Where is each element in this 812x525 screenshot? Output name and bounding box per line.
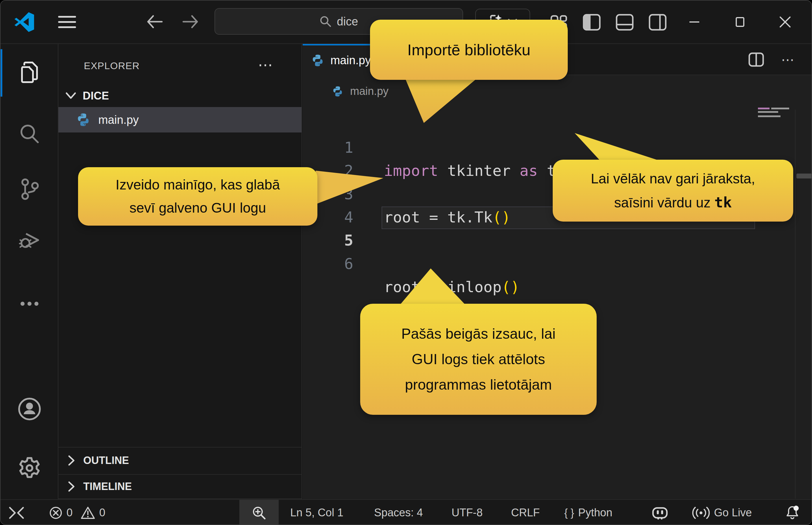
eol-indicator[interactable]: CRLF bbox=[511, 500, 540, 525]
more-views-icon[interactable] bbox=[15, 289, 44, 318]
error-count: 0 bbox=[66, 507, 73, 519]
callout-text: programmas lietotājam bbox=[405, 372, 552, 397]
code-line-1[interactable]: 1 import tkinter as tk bbox=[303, 113, 797, 136]
zoom-indicator[interactable] bbox=[239, 500, 279, 525]
search-icon bbox=[319, 15, 331, 28]
accounts-icon[interactable] bbox=[15, 394, 44, 423]
callout-text: sevī galveno GUI logu bbox=[129, 196, 266, 220]
editor-more-actions-icon[interactable]: ⋯ bbox=[781, 52, 795, 68]
minimap[interactable] bbox=[758, 116, 780, 117]
callout-create-variable: Izveido mainīgo, kas glabā sevī galveno … bbox=[78, 167, 317, 226]
active-view-indicator bbox=[1, 49, 2, 96]
file-label: main.py bbox=[98, 114, 139, 126]
source-control-icon[interactable] bbox=[15, 175, 44, 204]
notifications-bell-icon[interactable] bbox=[784, 500, 800, 525]
encoding-indicator[interactable]: UTF-8 bbox=[452, 500, 483, 525]
cursor-position[interactable]: Ln 5, Col 1 bbox=[290, 500, 343, 525]
error-icon bbox=[49, 506, 62, 520]
editor-group: main.py ⋯ main.py 1 import tkinter as tk… bbox=[303, 44, 812, 499]
copilot-status-icon[interactable] bbox=[652, 500, 668, 525]
broadcast-icon bbox=[692, 506, 710, 520]
python-file-icon bbox=[311, 54, 325, 68]
python-file-icon bbox=[331, 85, 344, 97]
language-mode[interactable]: { } Python bbox=[564, 500, 612, 525]
python-file-icon bbox=[76, 112, 91, 127]
chevron-down-icon bbox=[65, 92, 76, 100]
callout-code-tk: tk bbox=[714, 194, 732, 211]
split-editor-icon[interactable] bbox=[748, 52, 764, 67]
timeline-section-header[interactable]: TIMELINE bbox=[58, 474, 301, 499]
code-line-6[interactable]: 6 root.mainloop() bbox=[303, 229, 797, 252]
scrollbar-thumb[interactable] bbox=[796, 174, 812, 179]
search-value: dice bbox=[337, 15, 358, 28]
problems-indicator[interactable]: 0 0 bbox=[49, 500, 105, 525]
braces-icon: { } bbox=[564, 507, 574, 519]
code-line-2[interactable]: 2 bbox=[303, 136, 797, 159]
minimize-button[interactable] bbox=[683, 11, 705, 33]
sidebar-header: EXPLORER ⋯ bbox=[58, 58, 301, 74]
timeline-label: TIMELINE bbox=[83, 480, 132, 493]
callout-import-library: Importē bibliotēku bbox=[370, 20, 568, 80]
callout-text: Izveido mainīgo, kas glabā bbox=[115, 173, 280, 196]
minimap[interactable] bbox=[758, 108, 769, 109]
file-row-mainpy[interactable]: main.py bbox=[58, 107, 301, 133]
remote-indicator[interactable] bbox=[8, 500, 25, 525]
toggle-panel-icon[interactable] bbox=[615, 13, 634, 31]
breadcrumb[interactable]: main.py bbox=[331, 85, 389, 97]
callout-mainloop: Pašās beigās izsauc, lai GUI logs tiek a… bbox=[360, 304, 597, 415]
editor-actions: ⋯ bbox=[748, 44, 795, 75]
close-button[interactable] bbox=[774, 11, 796, 33]
line-number: 6 bbox=[324, 252, 353, 275]
nav-forward-button[interactable] bbox=[182, 13, 200, 30]
status-bar: 0 0 Ln 5, Col 1 Spaces: 4 UTF-8 CRLF { }… bbox=[1, 499, 812, 525]
sidebar-title: EXPLORER bbox=[84, 60, 140, 72]
callout-shorten-name: Lai vēlāk nav gari jāraksta, saīsini vār… bbox=[553, 160, 793, 222]
folder-label: DICE bbox=[83, 90, 109, 102]
folder-row-dice[interactable]: DICE bbox=[58, 87, 301, 105]
activity-bar bbox=[1, 44, 58, 499]
vscode-logo-icon bbox=[14, 11, 35, 33]
indentation-indicator[interactable]: Spaces: 4 bbox=[374, 500, 423, 525]
sidebar-more-actions-icon[interactable]: ⋯ bbox=[258, 56, 274, 74]
callout-text: Pašās beigās izsauc, lai bbox=[401, 321, 556, 346]
callout-text: Lai vēlāk nav gari jāraksta, bbox=[591, 167, 755, 191]
menu-icon[interactable] bbox=[58, 15, 76, 29]
minimap[interactable] bbox=[771, 108, 789, 109]
outline-label: OUTLINE bbox=[83, 454, 129, 467]
vscode-window: dice bbox=[0, 0, 812, 525]
search-view-icon[interactable] bbox=[15, 120, 44, 149]
callout-text: saīsini vārdu uz tk bbox=[614, 191, 732, 215]
warning-count: 0 bbox=[99, 507, 105, 519]
warning-icon bbox=[81, 506, 95, 520]
explorer-sidebar: EXPLORER ⋯ DICE main.py OUTLINE TIMELINE bbox=[58, 44, 302, 499]
toggle-secondary-sidebar-icon[interactable] bbox=[648, 13, 667, 31]
minimap-border bbox=[795, 110, 796, 499]
maximize-button[interactable] bbox=[729, 11, 751, 33]
callout-text: GUI logs tiek attēlots bbox=[412, 346, 545, 372]
explorer-icon[interactable] bbox=[15, 58, 44, 87]
minimap[interactable] bbox=[758, 111, 778, 113]
run-and-debug-icon[interactable] bbox=[15, 226, 44, 255]
tab-label: main.py bbox=[330, 54, 371, 67]
nav-back-button[interactable] bbox=[146, 13, 163, 30]
code-token: () bbox=[501, 278, 520, 296]
breadcrumb-label: main.py bbox=[350, 85, 389, 97]
toggle-primary-sidebar-icon[interactable] bbox=[582, 13, 601, 31]
settings-gear-icon[interactable] bbox=[15, 453, 44, 482]
callout-text: Importē bibliotēku bbox=[407, 41, 530, 59]
outline-section-header[interactable]: OUTLINE bbox=[58, 447, 301, 474]
go-live-button[interactable]: Go Live bbox=[692, 500, 752, 525]
